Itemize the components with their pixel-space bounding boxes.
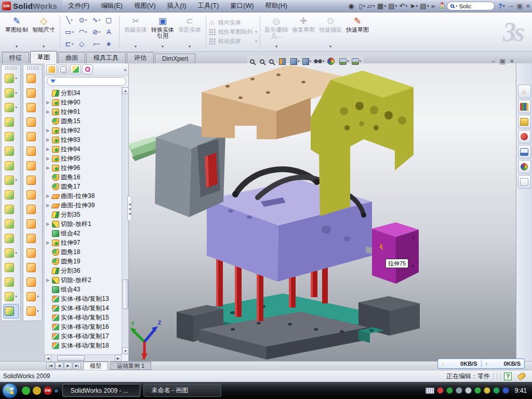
tree-filter-input[interactable]: [47, 77, 126, 86]
surface-tool-button[interactable]: ▾: [23, 158, 42, 173]
slider-block[interactable]: [155, 124, 225, 217]
toolbar-grip[interactable]: [5, 66, 17, 70]
taskbar-task-button[interactable]: 未命名 - 画图: [143, 384, 221, 397]
document-tab[interactable]: 模型: [83, 362, 108, 370]
tree-item[interactable]: ▶ 切除-放样1: [46, 219, 122, 229]
help-button[interactable]: ?▾: [497, 1, 506, 11]
dropdown-caret-icon[interactable]: ▾: [135, 45, 137, 49]
minimize-button[interactable]: –: [510, 3, 513, 9]
dropdown-caret-icon[interactable]: ▾: [162, 45, 164, 49]
sketch-tool-button[interactable]: ⌐▾: [90, 38, 103, 50]
tree-item[interactable]: ▶ 组合42: [46, 229, 122, 238]
tray-icon[interactable]: [484, 387, 490, 394]
command-tab[interactable]: 特征: [2, 52, 29, 63]
ribbon-button[interactable]: 转换实体引用 ▾: [149, 14, 176, 50]
command-tab[interactable]: 评估: [127, 52, 154, 63]
dropdown-caret-icon[interactable]: ▾: [15, 91, 17, 95]
dropdown-caret-icon[interactable]: ▾: [255, 30, 257, 34]
feature-tool-button[interactable]: ▾: [2, 260, 20, 275]
view-tool-button[interactable]: ▾: [351, 58, 362, 65]
yoke-bracket[interactable]: [311, 71, 414, 216]
sketch-tool-button[interactable]: ╲▾: [63, 15, 76, 26]
scrollbar-thumb[interactable]: [57, 355, 85, 361]
view-tool-button[interactable]: ▾: [249, 59, 258, 64]
3d-model-canvas[interactable]: Y Z X: [129, 63, 516, 361]
tree-vertical-scrollbar[interactable]: ▲ ▼: [122, 87, 128, 354]
ribbon-button[interactable]: 显示/删除几... ▾: [263, 14, 290, 50]
quick-launch-icon[interactable]: [22, 387, 30, 395]
close-button[interactable]: ×: [526, 3, 530, 9]
feature-tool-button[interactable]: ▾: [2, 202, 20, 217]
task-pane-button[interactable]: [518, 175, 531, 189]
restore-button[interactable]: ▣: [516, 3, 523, 9]
quick-access-button[interactable]: ◉▾: [347, 1, 357, 11]
menu-item[interactable]: 工具(T): [192, 2, 224, 10]
quick-access-button[interactable]: ↶▾: [398, 1, 409, 11]
expand-arrow-icon[interactable]: ▶: [46, 277, 50, 283]
menu-item[interactable]: 编辑(E): [95, 2, 128, 10]
tree-item[interactable]: ▶ 拉伸96: [46, 163, 122, 172]
tree-item[interactable]: ▶ 实体-移动/复制18: [46, 341, 122, 350]
quick-launch-icon[interactable]: [33, 387, 41, 395]
dropdown-caret-icon[interactable]: ▾: [99, 18, 101, 22]
tree-item[interactable]: ▶ 分割35: [46, 210, 122, 219]
expand-arrow-icon[interactable]: ▶: [46, 165, 50, 170]
command-tab[interactable]: 草图: [30, 51, 57, 63]
feature-tool-button[interactable]: ▾: [2, 100, 20, 115]
tree-item[interactable]: ▶ 组合43: [46, 285, 122, 294]
tree-item[interactable]: ▶ 切除-放样2: [46, 275, 122, 285]
scrollbar-thumb[interactable]: [123, 280, 128, 309]
tree-item[interactable]: ▶ 实体-移动/复制15: [46, 313, 122, 322]
command-tab[interactable]: 曲面: [58, 52, 85, 63]
feature-tool-button[interactable]: ▾: [2, 158, 20, 173]
dropdown-caret-icon[interactable]: ▾: [373, 4, 375, 8]
feature-tool-button[interactable]: ▾: [2, 289, 20, 304]
expand-arrow-icon[interactable]: ▶: [46, 109, 50, 114]
view-tool-button[interactable]: ▾: [259, 59, 268, 64]
dropdown-caret-icon[interactable]: ▾: [275, 45, 277, 49]
quick-access-button[interactable]: ➤▾: [408, 1, 419, 11]
view-tool-button[interactable]: ▾: [339, 58, 350, 65]
tree-item[interactable]: ▶ 拉伸94: [46, 144, 122, 154]
doc-close-button[interactable]: ×: [510, 57, 514, 65]
menu-item[interactable]: 文件(F): [62, 2, 95, 10]
task-pane-button[interactable]: [518, 145, 531, 158]
dropdown-caret-icon[interactable]: ▾: [384, 4, 386, 8]
quick-access-button[interactable]: ▦▾: [376, 1, 387, 11]
view-tool-button[interactable]: ▾: [313, 58, 325, 64]
feature-tool-button[interactable]: ▾: [2, 115, 20, 129]
feature-tool-button[interactable]: ▾: [2, 71, 20, 86]
dropdown-caret-icon[interactable]: ▾: [405, 4, 407, 8]
ribbon-button[interactable]: 剪裁实体 ▾: [122, 14, 149, 50]
task-pane-button[interactable]: [518, 85, 531, 98]
sketch-tool-button[interactable]: ∿▾: [90, 15, 103, 26]
task-pane-button[interactable]: [518, 160, 531, 174]
dropdown-caret-icon[interactable]: ▾: [395, 4, 397, 8]
quick-access-button[interactable]: ▯▾: [358, 1, 366, 11]
tree-item[interactable]: ▶ 实体-移动/复制17: [46, 331, 122, 341]
quick-tips-icon[interactable]: ?: [504, 373, 512, 380]
tree-horizontal-scrollbar[interactable]: ◀ ▶: [45, 354, 122, 361]
dropdown-caret-icon[interactable]: ▾: [37, 309, 39, 313]
dropdown-caret-icon[interactable]: ▾: [85, 30, 87, 34]
expand-arrow-icon[interactable]: ▶: [46, 156, 50, 161]
feature-tool-button[interactable]: ▾: [2, 275, 20, 289]
dropdown-caret-icon[interactable]: ▾: [329, 45, 331, 49]
expand-arrow-icon[interactable]: ▶: [46, 221, 50, 227]
menu-item[interactable]: 视图(V): [128, 2, 162, 10]
quick-access-button[interactable]: ▤▾: [419, 1, 430, 11]
ribbon-row-button[interactable]: 镜向实体 ▾: [209, 19, 257, 26]
surface-tool-button[interactable]: ▾: [23, 202, 42, 217]
scroll-down-icon[interactable]: ▼: [122, 348, 129, 354]
dropdown-caret-icon[interactable]: ▾: [15, 295, 17, 299]
quick-access-button[interactable]: ▱▾: [366, 1, 376, 11]
input-method-icon[interactable]: [425, 388, 434, 394]
surface-tool-button[interactable]: ▾: [23, 86, 42, 100]
tray-icon[interactable]: [474, 387, 481, 394]
sketch-tool-button[interactable]: ▢▾: [103, 15, 116, 26]
ribbon-button[interactable]: 等距实体 ▾: [176, 14, 203, 50]
task-pane-button[interactable]: [518, 130, 531, 143]
tab-nav-button[interactable]: ▶: [64, 362, 72, 369]
ribbon-button[interactable]: 草图绘制 ▾: [3, 14, 30, 50]
quick-launch-expand-icon[interactable]: »: [55, 387, 58, 394]
